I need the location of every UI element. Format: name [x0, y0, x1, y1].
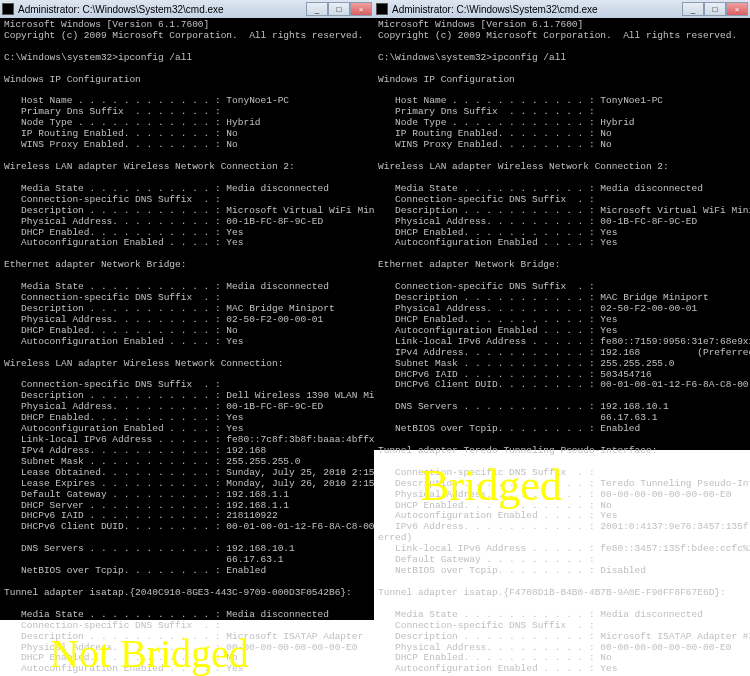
section-title: Wireless LAN adapter Wireless Network Co… [4, 358, 283, 369]
section-title: Tunnel adapter isatap.{2040C910-8GE3-443… [4, 587, 352, 598]
cmd-window-left: Administrator: C:\Windows\System32\cmd.e… [0, 0, 374, 620]
titlebar-left[interactable]: Administrator: C:\Windows\System32\cmd.e… [0, 0, 374, 18]
section-title: Wireless LAN adapter Wireless Network Co… [4, 161, 295, 172]
prompt: C:\Windows\system32>ipconfig /all [4, 52, 192, 63]
annotation-not-bridged: Not Bridged [50, 630, 249, 676]
annotation-bridged: Bridged [420, 460, 562, 511]
section-title: Windows IP Configuration [378, 74, 515, 85]
window-controls: _ □ × [306, 2, 372, 16]
minimize-button[interactable]: _ [682, 2, 704, 16]
close-button[interactable]: × [350, 2, 372, 16]
maximize-button[interactable]: □ [704, 2, 726, 16]
window-title: Administrator: C:\Windows\System32\cmd.e… [18, 4, 224, 15]
cmd-window-right: Administrator: C:\Windows\System32\cmd.e… [374, 0, 750, 450]
prompt: C:\Windows\system32>ipconfig /all [378, 52, 566, 63]
cmd-icon [2, 3, 14, 15]
terminal-output[interactable]: Microsoft Windows [Version 6.1.7600] Cop… [0, 18, 374, 676]
terminal-output[interactable]: Microsoft Windows [Version 6.1.7600] Cop… [374, 18, 750, 676]
section-title: Ethernet adapter Network Bridge: [4, 259, 186, 270]
section-title: Ethernet adapter Network Bridge: [378, 259, 560, 270]
section-title: Wireless LAN adapter Wireless Network Co… [378, 161, 669, 172]
section-title: Windows IP Configuration [4, 74, 141, 85]
cmd-icon [376, 3, 388, 15]
minimize-button[interactable]: _ [306, 2, 328, 16]
window-title: Administrator: C:\Windows\System32\cmd.e… [392, 4, 598, 15]
titlebar-right[interactable]: Administrator: C:\Windows\System32\cmd.e… [374, 0, 750, 18]
section-title: Tunnel adapter Teredo Tunneling Pseudo-I… [378, 445, 657, 456]
section-title: Tunnel adapter isatap.{F4708D1B-B4B0-4B7… [378, 587, 726, 598]
close-button[interactable]: × [726, 2, 748, 16]
window-controls: _ □ × [682, 2, 748, 16]
header2: Copyright (c) 2009 Microsoft Corporation… [4, 30, 363, 41]
header1: Microsoft Windows [Version 6.1.7600] [4, 19, 209, 30]
maximize-button[interactable]: □ [328, 2, 350, 16]
